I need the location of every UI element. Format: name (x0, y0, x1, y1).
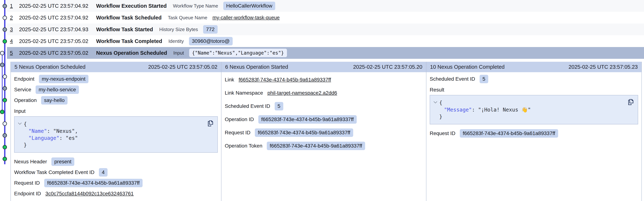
panel-timestamp: 2025-02-25 UTC 23:57:05.02 (148, 64, 218, 70)
event-timestamp: 2025-02-25 UTC 23:57:04.93 (19, 27, 96, 33)
namespace-link[interactable]: phil-target-namespace2.a2dd6 (268, 90, 337, 96)
timeline-node-6[interactable] (0, 63, 4, 67)
json-line: "Name": "Nexus", (14, 128, 218, 135)
collapse-chevron-icon[interactable] (18, 122, 22, 125)
json-line: } (14, 142, 218, 149)
event-id-link[interactable]: 3 (7, 27, 19, 33)
panel-timestamp: 2025-02-25 UTC 23:57:05.23 (568, 64, 638, 70)
event-name: Workflow Task Completed (96, 38, 162, 44)
field-label: Operation (14, 97, 37, 103)
json-line: "Message": "¡Hola! Nexus 👋" (430, 106, 638, 113)
json-line: } (430, 113, 638, 120)
task-queue-link[interactable]: my-caller-workflow-task-queue (212, 15, 280, 21)
workflow-history-view: 1 2025-02-25 UTC 23:57:04.92 Workflow Ex… (0, 0, 644, 201)
event-name: Workflow Task Scheduled (96, 15, 162, 21)
field-label: Operation Token (225, 143, 262, 149)
event-attr-value-badge: 772 (203, 25, 218, 34)
result-section-label: Result (430, 87, 638, 93)
field-label: Scheduled Event ID (430, 76, 475, 82)
field-label: Request ID (430, 130, 456, 136)
result-json-viewer: { "Message": "¡Hola! Nexus 👋" } (430, 95, 638, 124)
event-attr-label: Task Queue Name (168, 15, 207, 21)
field-label: Endpoint ID (14, 191, 41, 196)
input-section-label: Input (14, 108, 218, 114)
field-operation-id: Operation ID f665283f-743e-4374-b45b-9a6… (225, 115, 423, 124)
field-operation-token: Operation Token f665283f-743e-4374-b45b-… (225, 141, 423, 150)
event-row-2[interactable]: 2 2025-02-25 UTC 23:57:04.92 Workflow Ta… (7, 12, 644, 24)
event-attr-label: Input (174, 50, 184, 56)
endpoint-id-link[interactable]: 3c0c75ccfa8144b092c13ce632463761 (45, 191, 134, 196)
field-label: Service (14, 87, 31, 93)
timeline-node-8[interactable] (3, 87, 7, 90)
field-label: Operation ID (225, 116, 254, 122)
event-timestamp: 2025-02-25 UTC 23:57:05.02 (19, 50, 96, 56)
event-attr-label: History Size Bytes (159, 27, 198, 32)
event-row-5-selected[interactable]: 5 2025-02-25 UTC 23:57:05.02 Nexus Opera… (7, 47, 644, 59)
timeline-node-11[interactable] (3, 122, 7, 126)
event-attr-label: Workflow Type Name (173, 3, 218, 9)
detail-panel-nexus-operation-completed: 10 Nexus Operation Completed 2025-02-25 … (426, 62, 642, 201)
event-name: Workflow Task Started (96, 27, 153, 33)
event-timestamp: 2025-02-25 UTC 23:57:04.92 (19, 3, 96, 9)
field-label: Workflow Task Completed Event ID (14, 169, 94, 175)
field-value-badge: 5 (480, 75, 488, 83)
field-label: Scheduled Event ID (225, 103, 270, 109)
field-value-badge: f665283f-743e-4374-b45b-9a61a89337ff (258, 115, 357, 124)
panel-header: 10 Nexus Operation Completed 2025-02-25 … (426, 62, 642, 72)
event-id-link[interactable]: 4 (7, 38, 19, 44)
detail-panel-nexus-operation-scheduled: 5 Nexus Operation Scheduled 2025-02-25 U… (10, 62, 221, 201)
json-line: "Language": "es" (14, 135, 218, 142)
event-attr-value-badge: HelloCallerWorkflow (223, 2, 276, 10)
field-label: Link Namespace (225, 90, 263, 96)
timeline-node-7[interactable] (3, 75, 7, 79)
event-row-4[interactable]: 4 2025-02-25 UTC 23:57:05.02 Workflow Ta… (7, 35, 644, 47)
field-value-badge: f665283f-743e-4374-b45b-9a61a89337ff (44, 179, 142, 187)
event-attr-label: Identity (168, 38, 184, 44)
field-endpoint: Endpoint my-nexus-endpoint (14, 75, 218, 83)
field-value-badge: my-nexus-endpoint (39, 75, 88, 83)
field-request-id: Request ID f665283f-743e-4374-b45b-9a61a… (225, 128, 423, 137)
event-name: Workflow Execution Started (96, 3, 167, 9)
field-label: Nexus Header (14, 159, 47, 165)
collapse-chevron-icon[interactable] (433, 101, 438, 104)
input-json-viewer: { "Name": "Nexus", "Language": "es" } (14, 116, 218, 153)
timeline-node-14[interactable] (3, 157, 7, 161)
field-value-badge: my-hello-service (36, 85, 79, 94)
field-value-badge: say-hello (41, 96, 68, 105)
timeline-node-10[interactable] (0, 110, 4, 114)
panel-title: 10 Nexus Operation Completed (430, 64, 504, 70)
field-value-badge: 5 (275, 102, 284, 110)
field-request-id: Request ID f665283f-743e-4374-b45b-9a61a… (430, 129, 638, 138)
copy-icon[interactable] (207, 120, 214, 127)
field-label: Request ID (225, 130, 250, 136)
event-id-link[interactable]: 5 (7, 50, 19, 56)
event-attr-value-badge: 30960@totoro@ (189, 37, 233, 45)
panel-header: 5 Nexus Operation Scheduled 2025-02-25 U… (11, 62, 221, 72)
link-value[interactable]: f665283f-743e-4374-b45b-9a61a89337ff (238, 77, 331, 83)
timeline-node-13[interactable] (3, 145, 7, 149)
event-id-link[interactable]: 2 (7, 15, 19, 21)
detail-panel-nexus-operation-started: 6 Nexus Operation Started 2025-02-25 UTC… (221, 62, 426, 201)
field-endpoint-id: Endpoint ID 3c0c75ccfa8144b092c13ce63246… (14, 189, 218, 198)
panel-timestamp: 2025-02-25 UTC 23:57:05.20 (353, 64, 422, 70)
copy-icon[interactable] (627, 99, 634, 106)
field-service: Service my-hello-service (14, 85, 218, 94)
panel-header: 6 Nexus Operation Started 2025-02-25 UTC… (222, 62, 426, 72)
event-history-table: 1 2025-02-25 UTC 23:57:04.92 Workflow Ex… (0, 0, 644, 59)
timeline-node-9[interactable] (3, 98, 7, 102)
panel-title: 5 Nexus Operation Scheduled (14, 64, 86, 70)
timeline-node-12[interactable] (3, 134, 7, 137)
field-request-id: Request ID f665283f-743e-4374-b45b-9a61a… (14, 179, 218, 187)
field-link: Link f665283f-743e-4374-b45b-9a61a89337f… (225, 75, 423, 84)
field-label: Link (225, 77, 234, 83)
panel-title: 6 Nexus Operation Started (225, 64, 288, 70)
field-scheduled-event-id: Scheduled Event ID 5 (430, 75, 638, 83)
field-value-badge: 4 (99, 168, 108, 176)
event-row-1[interactable]: 1 2025-02-25 UTC 23:57:04.92 Workflow Ex… (7, 0, 644, 12)
field-value-badge: f665283f-743e-4374-b45b-9a61a89337ff (255, 128, 353, 137)
event-row-3[interactable]: 3 2025-02-25 UTC 23:57:04.93 Workflow Ta… (7, 24, 644, 35)
field-value-badge: present (51, 157, 74, 166)
field-workflow-task-completed-event-id: Workflow Task Completed Event ID 4 (14, 168, 218, 176)
field-label: Request ID (14, 180, 40, 186)
event-id-link[interactable]: 1 (7, 3, 19, 9)
